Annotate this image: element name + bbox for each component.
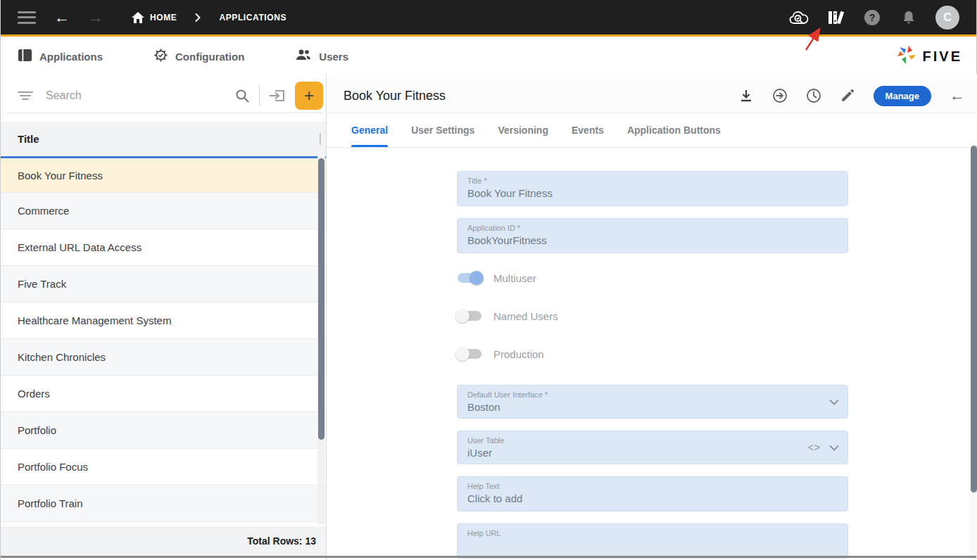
search-icon[interactable]	[235, 89, 249, 103]
field-help-text[interactable]: Help Text Click to add	[457, 476, 848, 511]
list-item-label: External URL Data Access	[18, 241, 141, 253]
list-scrollbar-track[interactable]	[317, 156, 325, 524]
toggle-switch[interactable]	[457, 309, 482, 323]
search-bar: +	[6, 79, 323, 113]
general-form: Title * Book Your Fitness Application ID…	[457, 171, 848, 560]
tab-versioning[interactable]: Versioning	[498, 113, 548, 147]
list-item[interactable]: Book Your Fitness	[1, 156, 326, 193]
field-default-user-interface[interactable]: Default User Interface * Boston	[457, 385, 848, 419]
menu-icon[interactable]	[18, 11, 36, 24]
list-item-label: Portfolio	[18, 424, 56, 436]
toggle-production: Production	[457, 347, 848, 361]
list-item-label: Healthcare Management System	[18, 314, 171, 326]
user-avatar[interactable]: C	[935, 6, 959, 30]
form-content: Title * Book Your Fitness Application ID…	[327, 148, 977, 560]
notifications-bell-icon[interactable]	[899, 8, 919, 27]
list-item[interactable]: Kitchen Chronicles	[1, 339, 326, 376]
record-detail-panel: Book Your Fitness Manage ← General	[327, 74, 977, 560]
list-item[interactable]: Portfolio Train	[1, 485, 326, 522]
breadcrumb: HOME APPLICATIONS	[132, 12, 286, 23]
tab-application-buttons[interactable]: Application Buttons	[627, 113, 721, 147]
five-logo: FIVE	[896, 44, 976, 68]
edit-pencil-icon[interactable]	[840, 88, 855, 103]
run-app-icon[interactable]	[772, 88, 788, 103]
detail-scrollbar-thumb[interactable]	[971, 146, 977, 492]
back-icon[interactable]: ←	[54, 10, 70, 25]
app-list: Book Your FitnessCommerceExternal URL Da…	[1, 156, 326, 524]
field-help-url[interactable]: Help URL	[457, 523, 848, 559]
list-item-label: Commerce	[18, 205, 69, 217]
list-item[interactable]: Portfolio	[1, 412, 326, 449]
record-actions: Manage ←	[738, 86, 977, 106]
list-column-header[interactable]: Title	[1, 122, 326, 156]
module-tab-users[interactable]: Users	[295, 49, 348, 64]
list-item-label: Kitchen Chronicles	[18, 351, 106, 363]
field-application-id[interactable]: Application ID * BookYourFitness	[457, 218, 848, 253]
list-item[interactable]: External URL Data Access	[1, 229, 326, 266]
detail-tabs: General User Settings Versioning Events …	[327, 113, 977, 148]
toggle-label: Multiuser	[493, 272, 536, 284]
list-scrollbar-thumb[interactable]	[318, 158, 324, 440]
field-value: Book Your Fitness	[467, 187, 838, 199]
field-label: User Table	[467, 436, 838, 445]
tab-user-settings[interactable]: User Settings	[411, 113, 474, 147]
list-item[interactable]: Orders	[1, 376, 326, 412]
module-tab-label: Configuration	[175, 51, 244, 63]
download-icon[interactable]	[738, 88, 754, 103]
code-icon[interactable]: <>	[808, 442, 821, 453]
chevron-down-icon[interactable]	[829, 399, 839, 405]
list-item[interactable]: Commerce	[1, 193, 326, 229]
search-input[interactable]	[46, 89, 235, 102]
deploy-cloud-icon[interactable]	[789, 8, 809, 27]
manage-button[interactable]: Manage	[874, 86, 931, 106]
list-item-label: Portfolio Train	[18, 497, 83, 509]
add-application-button[interactable]: +	[295, 82, 323, 110]
go-to-record-icon[interactable]	[268, 88, 286, 103]
column-resize-handle[interactable]	[320, 133, 321, 145]
toggle-multiuser: Multiuser	[457, 271, 848, 285]
list-item[interactable]: Healthcare Management System	[1, 303, 326, 339]
list-item-label: Orders	[18, 388, 50, 400]
topbar-actions: ? C	[789, 6, 976, 30]
home-icon[interactable]	[132, 12, 144, 23]
brand-wordmark: FIVE	[923, 49, 962, 65]
field-user-table[interactable]: User Table iUser <>	[457, 431, 848, 464]
list-item[interactable]: Portfolio Focus	[1, 449, 326, 485]
module-tab-label: Users	[319, 51, 348, 63]
top-navigation-bar: ← → HOME APPLICATIONS	[1, 0, 976, 37]
help-icon[interactable]: ?	[862, 8, 882, 27]
filter-icon[interactable]	[18, 91, 33, 101]
field-title[interactable]: Title * Book Your Fitness	[457, 171, 848, 206]
field-value: BookYourFitness	[467, 234, 838, 246]
field-value: iUser	[467, 447, 838, 459]
module-tab-configuration[interactable]: Configuration	[153, 48, 244, 65]
field-label: Help Text	[467, 482, 838, 490]
collapse-panel-icon[interactable]: ←	[950, 88, 965, 103]
applications-icon	[18, 49, 32, 65]
toggle-switch[interactable]	[457, 347, 482, 361]
chevron-down-icon[interactable]	[829, 445, 839, 451]
history-clock-icon[interactable]	[806, 88, 821, 103]
library-books-icon[interactable]	[826, 8, 845, 27]
list-item[interactable]: Five Track	[1, 266, 326, 303]
field-value: Boston	[467, 401, 838, 413]
column-title-label: Title	[18, 133, 39, 145]
field-value: Click to add	[467, 492, 838, 504]
users-icon	[295, 49, 312, 64]
toggle-label: Named Users	[493, 310, 558, 322]
list-item-label: Book Your Fitness	[18, 170, 103, 182]
list-item-label: Portfolio Focus	[18, 461, 88, 473]
chevron-right-icon	[195, 13, 201, 22]
toggle-switch[interactable]	[457, 271, 482, 285]
applications-list-panel: + Title Book Your FitnessCommerceExterna…	[1, 74, 327, 560]
tab-events[interactable]: Events	[572, 113, 604, 147]
toggle-label: Production	[493, 348, 544, 360]
total-rows-label: Total Rows: 13	[247, 535, 316, 547]
forward-icon[interactable]: →	[88, 10, 103, 25]
app-window: ← → HOME APPLICATIONS	[0, 0, 977, 560]
window-bottom-edge	[1, 556, 976, 558]
module-tab-applications[interactable]: Applications	[18, 49, 103, 65]
breadcrumb-home[interactable]: HOME	[150, 13, 177, 23]
detail-scrollbar-track[interactable]	[969, 144, 977, 560]
tab-general[interactable]: General	[351, 113, 388, 147]
